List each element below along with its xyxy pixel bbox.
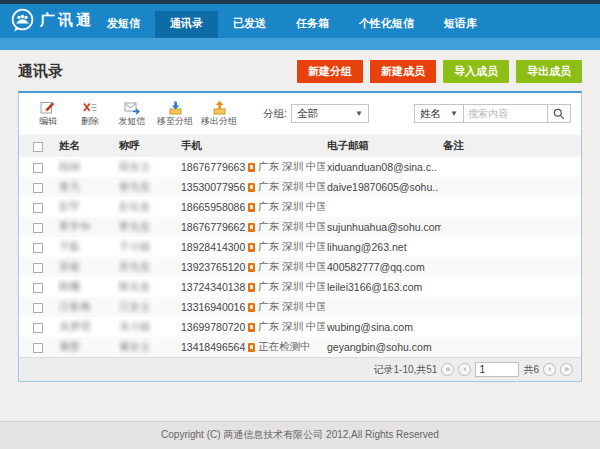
contact-email: wubing@sina.com <box>327 321 413 333</box>
app-header: 广讯通 发短信 通讯录 已发送 任务箱 个性化短信 短语库 <box>0 4 600 38</box>
tool-label: 删除 <box>81 115 99 128</box>
delete-icon <box>82 99 98 115</box>
search-field-select[interactable]: 姓名 ▼ <box>414 104 464 123</box>
nav-tab[interactable]: 发短信 <box>92 11 155 38</box>
contact-salutation: 段女士 <box>119 160 151 172</box>
contact-email: leilei3166@163.com <box>327 281 422 293</box>
contact-phone: 18665958086 <box>181 201 245 213</box>
app-logo: 广讯通 <box>10 8 94 33</box>
move-to-group-button[interactable]: 移至分组 <box>157 99 193 128</box>
contact-name: 苏俊 <box>59 260 80 272</box>
action-button[interactable]: 导出成员 <box>516 60 582 83</box>
contact-name: 覃学华 <box>59 220 91 232</box>
contact-carrier: 广东 深圳 中国联通 <box>258 220 325 234</box>
carrier-badge-icon <box>248 203 255 212</box>
search-field-value: 姓名 <box>420 107 441 121</box>
row-checkbox[interactable] <box>33 163 43 173</box>
row-checkbox[interactable] <box>33 263 43 273</box>
row-checkbox[interactable] <box>33 323 43 333</box>
page-number-input[interactable] <box>475 362 519 377</box>
col-header-salutation: 称呼 <box>117 135 179 157</box>
table-header-row: 姓名 称呼 手机 电子邮箱 备注 <box>19 135 581 157</box>
search-input[interactable] <box>464 104 548 123</box>
contact-email: 400582777@qq.com <box>327 261 425 273</box>
contact-name: 葛蕾 <box>59 340 80 352</box>
contact-carrier: 广东 深圳 中国联通 <box>258 200 325 214</box>
contact-salutation: 覃先生 <box>119 220 151 232</box>
row-checkbox[interactable] <box>33 243 43 253</box>
contact-salutation: 葛女士 <box>119 340 151 352</box>
contact-carrier: 广东 深圳 中国联通 <box>258 160 325 174</box>
select-all-checkbox[interactable] <box>33 142 43 152</box>
row-checkbox[interactable] <box>33 223 43 233</box>
nav-tab[interactable]: 个性化短信 <box>344 11 429 38</box>
contacts-table: 姓名 称呼 手机 电子邮箱 备注 段娟 段女士 18676779663 <box>19 135 581 357</box>
send-sms-button[interactable]: 发短信 <box>115 99 149 128</box>
table-row: 曾凡 曾先生 13530077956 广东 深圳 中国移动 daive19870… <box>19 177 581 197</box>
last-page-button[interactable]: » <box>560 363 573 376</box>
edit-button[interactable]: 编辑 <box>31 99 65 128</box>
carrier-badge-icon <box>248 163 255 172</box>
action-button[interactable]: 新建分组 <box>297 60 363 83</box>
contact-salutation: 吴小姐 <box>119 320 151 332</box>
delete-button[interactable]: 删除 <box>73 99 107 128</box>
carrier-badge-icon <box>248 243 255 252</box>
contact-name: 段娟 <box>59 160 80 172</box>
search-button[interactable] <box>548 104 571 123</box>
table-row: 陈曦 陈先生 13724340138 广东 深圳 中国移动 leilei3166… <box>19 277 581 297</box>
nav-tab[interactable]: 已发送 <box>218 11 281 38</box>
row-checkbox[interactable] <box>33 343 43 353</box>
contact-name: 于磊 <box>59 240 80 252</box>
nav-tab[interactable]: 短语库 <box>429 11 492 38</box>
contact-salutation: 曾先生 <box>119 180 151 192</box>
table-row: 葛蕾 葛女士 13418496564 正在检测中 geyangbin@sohu.… <box>19 337 581 357</box>
move-to-group-icon <box>167 99 184 115</box>
table-row: 段娟 段女士 18676779663 广东 深圳 中国联通 xiduanduan… <box>19 157 581 177</box>
contact-name: 彭宇 <box>59 200 80 212</box>
row-checkbox[interactable] <box>33 283 43 293</box>
contact-carrier: 广东 深圳 中国电信 <box>258 240 325 254</box>
row-checkbox[interactable] <box>33 303 43 313</box>
contact-email: lihuang@263.net <box>327 241 407 253</box>
search-icon <box>553 108 565 120</box>
prev-page-button[interactable]: ‹ <box>458 363 471 376</box>
contact-carrier: 广东 深圳 中国移动 <box>258 260 325 274</box>
action-button[interactable]: 新建成员 <box>370 60 436 83</box>
app-title: 广讯通 <box>40 11 94 30</box>
group-filter-select[interactable]: 全部 ▼ <box>291 104 369 123</box>
table-row: 苏俊 苏先生 13923765120 广东 深圳 中国移动 400582777@… <box>19 257 581 277</box>
contact-carrier: 广东 深圳 中国移动 <box>258 180 325 194</box>
col-header-email: 电子邮箱 <box>325 135 441 157</box>
header-sub-strip <box>0 38 600 50</box>
toolbar: 编辑 删除 发短信 <box>19 93 581 131</box>
next-page-button[interactable]: › <box>543 363 556 376</box>
nav-tab[interactable]: 通讯录 <box>155 11 218 38</box>
page-actions: 新建分组 新建成员 导入成员 导出成员 <box>297 60 582 83</box>
contact-salutation: 苏先生 <box>119 260 151 272</box>
action-button[interactable]: 导入成员 <box>443 60 509 83</box>
contact-phone: 18676779662 <box>181 221 245 233</box>
row-checkbox[interactable] <box>33 183 43 193</box>
first-page-button[interactable]: « <box>441 363 454 376</box>
contact-email: xiduanduan08@sina.c.. <box>327 161 437 173</box>
row-checkbox[interactable] <box>33 203 43 213</box>
tool-label: 发短信 <box>119 115 146 128</box>
contact-name: 汪春梅 <box>59 300 91 312</box>
contact-salutation: 陈先生 <box>119 280 151 292</box>
carrier-badge-icon <box>248 303 255 312</box>
contact-carrier: 广东 深圳 中国移动 <box>258 320 325 334</box>
send-sms-icon <box>124 99 141 115</box>
move-out-of-group-button[interactable]: 移出分组 <box>201 99 237 128</box>
contact-phone: 13699780720 <box>181 321 245 333</box>
total-pages-label: 共6 <box>523 363 539 377</box>
nav-tab[interactable]: 任务箱 <box>281 11 344 38</box>
contact-phone: 13724340138 <box>181 281 245 293</box>
table-row: 吴梦琪 吴小姐 13699780720 广东 深圳 中国移动 wubing@si… <box>19 317 581 337</box>
tool-label: 编辑 <box>39 115 57 128</box>
col-header-mobile: 手机 <box>179 135 325 157</box>
contact-name: 吴梦琪 <box>59 320 91 332</box>
chevron-down-icon: ▼ <box>450 109 458 118</box>
tool-label: 移至分组 <box>157 115 193 128</box>
tool-label: 移出分组 <box>201 115 237 128</box>
contact-phone: 18928414300 <box>181 241 245 253</box>
